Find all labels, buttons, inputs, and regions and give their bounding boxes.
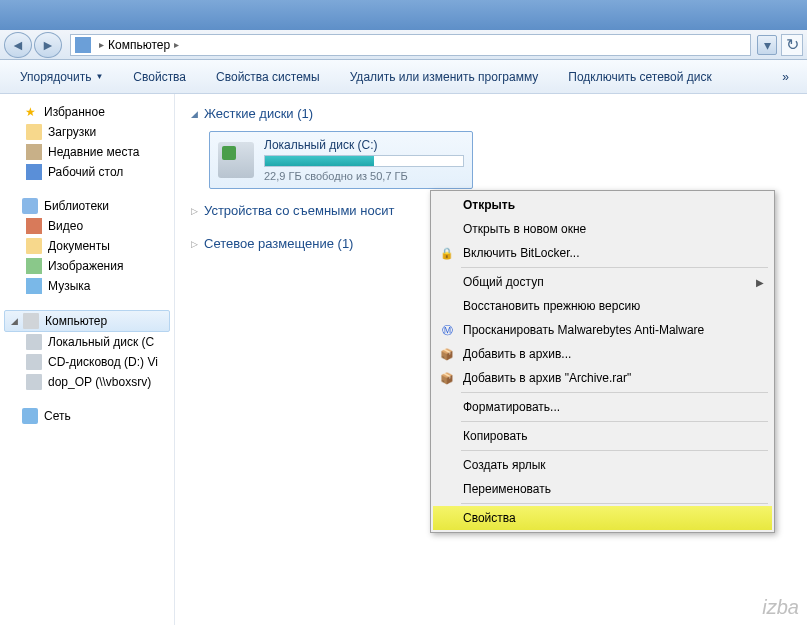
- organize-label: Упорядочить: [20, 70, 91, 84]
- drive-icon: [26, 334, 42, 350]
- library-icon: [22, 198, 38, 214]
- ctx-bitlocker[interactable]: 🔒Включить BitLocker...: [433, 241, 772, 265]
- video-icon: [26, 218, 42, 234]
- section-label: Жесткие диски (1): [204, 106, 313, 121]
- malwarebytes-icon: Ⓜ: [439, 322, 455, 338]
- sidebar-music[interactable]: Музыка: [4, 276, 170, 296]
- ctx-format[interactable]: Форматировать...: [433, 395, 772, 419]
- sidebar-video[interactable]: Видео: [4, 216, 170, 236]
- submenu-icon: ▶: [756, 277, 764, 288]
- ctx-properties[interactable]: Свойства: [433, 506, 772, 530]
- network-drive-icon: [26, 374, 42, 390]
- winrar-icon: 📦: [439, 346, 455, 362]
- ctx-restore[interactable]: Восстановить прежнюю версию: [433, 294, 772, 318]
- sidebar-cd-d[interactable]: CD-дисковод (D:) Vi: [4, 352, 170, 372]
- cd-icon: [26, 354, 42, 370]
- drive-progress: [264, 155, 464, 167]
- documents-icon: [26, 238, 42, 254]
- sidebar-recent[interactable]: Недавние места: [4, 142, 170, 162]
- ctx-label: Общий доступ: [463, 275, 544, 289]
- sidebar-favorites[interactable]: ★Избранное: [4, 102, 170, 122]
- ctx-separator: [461, 503, 768, 504]
- sidebar-label: Избранное: [44, 105, 105, 119]
- map-drive-button[interactable]: Подключить сетевой диск: [560, 66, 719, 88]
- breadcrumb-dropdown[interactable]: ▾: [757, 35, 777, 55]
- breadcrumb[interactable]: ▸ Компьютер ▸: [70, 34, 751, 56]
- forward-button[interactable]: ►: [34, 32, 62, 58]
- uninstall-button[interactable]: Удалить или изменить программу: [342, 66, 547, 88]
- ctx-label: Просканировать Malwarebytes Anti-Malware: [463, 323, 704, 337]
- properties-button[interactable]: Свойства: [125, 66, 194, 88]
- sidebar-label: Документы: [48, 239, 110, 253]
- sidebar-documents[interactable]: Документы: [4, 236, 170, 256]
- sidebar-label: Библиотеки: [44, 199, 109, 213]
- collapse-icon: ◢: [191, 109, 198, 119]
- ctx-add-archive-rar[interactable]: 📦Добавить в архив "Archive.rar": [433, 366, 772, 390]
- sidebar-network[interactable]: Сеть: [4, 406, 170, 426]
- ctx-separator: [461, 421, 768, 422]
- network-icon: [22, 408, 38, 424]
- sidebar-label: Видео: [48, 219, 83, 233]
- breadcrumb-location[interactable]: Компьютер: [108, 38, 170, 52]
- ctx-copy[interactable]: Копировать: [433, 424, 772, 448]
- expand-icon: ▷: [191, 206, 198, 216]
- section-hard-drives[interactable]: ◢Жесткие диски (1): [191, 102, 791, 125]
- drive-local-c[interactable]: Локальный диск (C:) 22,9 ГБ свободно из …: [209, 131, 473, 189]
- ctx-label: Добавить в архив "Archive.rar": [463, 371, 631, 385]
- sidebar-desktop[interactable]: Рабочий стол: [4, 162, 170, 182]
- ctx-label: Включить BitLocker...: [463, 246, 580, 260]
- drive-icon: [218, 142, 254, 178]
- refresh-button[interactable]: ↻: [781, 34, 803, 56]
- expand-icon: ▷: [191, 239, 198, 249]
- sidebar-dop-op[interactable]: dop_OP (\\vboxsrv): [4, 372, 170, 392]
- sidebar-label: Рабочий стол: [48, 165, 123, 179]
- ctx-open[interactable]: Открыть: [433, 193, 772, 217]
- ctx-create-shortcut[interactable]: Создать ярлык: [433, 453, 772, 477]
- section-label: Устройства со съемными носит: [204, 203, 394, 218]
- ctx-share[interactable]: Общий доступ▶: [433, 270, 772, 294]
- dropdown-icon: ▼: [95, 72, 103, 81]
- sidebar-local-c[interactable]: Локальный диск (C: [4, 332, 170, 352]
- nav-bar: ◄ ► ▸ Компьютер ▸ ▾ ↻: [0, 30, 807, 60]
- sidebar-pictures[interactable]: Изображения: [4, 256, 170, 276]
- ctx-separator: [461, 450, 768, 451]
- ctx-label: Добавить в архив...: [463, 347, 571, 361]
- drive-name: Локальный диск (C:): [264, 138, 464, 152]
- recent-icon: [26, 144, 42, 160]
- sidebar-label: Изображения: [48, 259, 123, 273]
- sidebar-label: Загрузки: [48, 125, 96, 139]
- ctx-malwarebytes[interactable]: ⓂПросканировать Malwarebytes Anti-Malwar…: [433, 318, 772, 342]
- sidebar-label: Локальный диск (C: [48, 335, 154, 349]
- sidebar-label: CD-дисковод (D:) Vi: [48, 355, 158, 369]
- folder-icon: [26, 124, 42, 140]
- sidebar-downloads[interactable]: Загрузки: [4, 122, 170, 142]
- system-properties-button[interactable]: Свойства системы: [208, 66, 328, 88]
- back-button[interactable]: ◄: [4, 32, 32, 58]
- computer-icon: [75, 37, 91, 53]
- sidebar-label: Недавние места: [48, 145, 139, 159]
- ctx-separator: [461, 267, 768, 268]
- expand-icon: ◢: [11, 316, 21, 326]
- toolbar: Упорядочить▼ Свойства Свойства системы У…: [0, 60, 807, 94]
- context-menu: Открыть Открыть в новом окне 🔒Включить B…: [430, 190, 775, 533]
- window-titlebar: [0, 0, 807, 30]
- bitlocker-icon: 🔒: [439, 245, 455, 261]
- sidebar-libraries[interactable]: Библиотеки: [4, 196, 170, 216]
- ctx-open-new-window[interactable]: Открыть в новом окне: [433, 217, 772, 241]
- drive-progress-fill: [265, 156, 374, 166]
- ctx-add-archive[interactable]: 📦Добавить в архив...: [433, 342, 772, 366]
- sidebar-label: dop_OP (\\vboxsrv): [48, 375, 151, 389]
- drive-free-text: 22,9 ГБ свободно из 50,7 ГБ: [264, 170, 464, 182]
- ctx-separator: [461, 392, 768, 393]
- sidebar: ★Избранное Загрузки Недавние места Рабоч…: [0, 94, 175, 625]
- sidebar-label: Сеть: [44, 409, 71, 423]
- watermark: izba: [762, 596, 799, 619]
- sidebar-label: Компьютер: [45, 314, 107, 328]
- music-icon: [26, 278, 42, 294]
- ctx-rename[interactable]: Переименовать: [433, 477, 772, 501]
- desktop-icon: [26, 164, 42, 180]
- organize-button[interactable]: Упорядочить▼: [12, 66, 111, 88]
- sidebar-computer[interactable]: ◢Компьютер: [4, 310, 170, 332]
- sidebar-label: Музыка: [48, 279, 90, 293]
- toolbar-overflow[interactable]: »: [776, 68, 795, 86]
